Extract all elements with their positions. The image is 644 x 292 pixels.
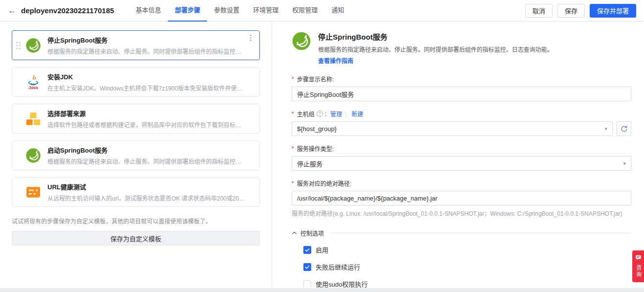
- step-card[interactable]: 选择部署来源选择软件包路径或者根据构建记录，将制品库中对应的软件包下载到目标主机…: [12, 104, 260, 134]
- save-and-deploy-button[interactable]: 保存并部署: [590, 4, 636, 18]
- step-card[interactable]: 停止SpringBoot服务根据服务的指定路径来启动、停止服务。同时提供部署后组…: [12, 30, 260, 60]
- host-group-value: ${host_group}: [297, 125, 337, 133]
- tab-部署步骤[interactable]: 部署步骤: [168, 0, 207, 22]
- service-path-input[interactable]: [292, 191, 631, 205]
- detail-header: 停止SpringBoot服务 根据服务的指定路径来启动、停止服务。同时提供部署后…: [292, 31, 631, 65]
- detail-description: 根据服务的指定路径来启动、停止服务。同时提供部署后组件的指标监控、日志查询功能。: [318, 45, 553, 53]
- springboot-icon: [292, 31, 311, 51]
- required-asterisk: *: [292, 145, 294, 152]
- service-path-help: 服务的绝对路径(e.g. Linux: /usr/local/SpringBoo…: [292, 209, 631, 217]
- service-op-label: 服务操作类型:: [297, 144, 334, 153]
- checkbox-list: 启用失败后继续运行使用sudo权限执行: [303, 245, 631, 288]
- step-card-description: 根据服务的指定路径来启动、停止服务。同时提供部署后组件的指标监控、日志查询功能。: [47, 47, 247, 55]
- required-asterisk: *: [292, 111, 294, 117]
- checkbox-checked-icon[interactable]: [303, 246, 311, 254]
- cancel-button[interactable]: 取消: [525, 4, 552, 18]
- java-icon: Java: [25, 74, 42, 90]
- help-icon[interactable]: ?: [317, 111, 323, 117]
- tab-环境管理[interactable]: 环境管理: [246, 0, 285, 22]
- step-name-input[interactable]: [292, 87, 631, 101]
- tab-基本信息[interactable]: 基本信息: [129, 0, 168, 22]
- drag-handle-icon[interactable]: [16, 42, 21, 49]
- consult-widget[interactable]: 咨询: [632, 250, 644, 282]
- manage-link[interactable]: 管理: [330, 110, 342, 118]
- collapse-icon[interactable]: [292, 230, 297, 236]
- step-card[interactable]: URL健康测试从远程的主机访问输入的url，测试服务状态是否OK 请求状态码非2…: [12, 177, 260, 207]
- tab-通知[interactable]: 通知: [324, 0, 351, 22]
- service-path-label: 服务对应的绝对路径:: [297, 179, 351, 187]
- checkbox-unchecked-icon[interactable]: [303, 280, 311, 288]
- service-op-select[interactable]: 停止服务 ▾: [292, 156, 631, 171]
- step-card-title: 停止SpringBoot服务: [47, 35, 247, 45]
- link-divider: |: [345, 111, 346, 117]
- checkbox-checked-icon[interactable]: [303, 263, 311, 271]
- service-op-field: * 服务操作类型: 停止服务 ▾: [292, 144, 631, 171]
- step-list: 停止SpringBoot服务根据服务的指定路径来启动、停止服务。同时提供部署后组…: [12, 30, 260, 207]
- control-options-header: 控制选项: [292, 229, 631, 237]
- step-card-title: URL健康测试: [47, 182, 247, 191]
- step-name-field: * 步骤显示名称:: [292, 75, 631, 101]
- step-card-description: 根据服务的指定路径来启动、停止服务。同时提供部署后组件的指标监控、日志查询功能。: [47, 157, 247, 165]
- caret-down-icon: ▾: [623, 160, 626, 167]
- header: ← deployenv20230221170185 基本信息部署步骤参数设置环境…: [0, 0, 644, 22]
- url-test-icon: [25, 184, 42, 201]
- deploy-source-icon: [25, 111, 42, 127]
- host-group-label: 主机组: [297, 110, 315, 118]
- template-hint: 试试将现有的步骤保存为自定义模板，其他的项目就可以直接使用该模板了。: [12, 217, 260, 225]
- checkbox-label: 失败后继续运行: [316, 262, 360, 271]
- step-card-title: 选择部署来源: [47, 109, 247, 118]
- step-card[interactable]: 启动SpringBoot服务根据服务的指定路径来启动、停止服务。同时提供部署后组…: [12, 140, 260, 170]
- chat-icon: [635, 254, 642, 263]
- step-detail-panel: 停止SpringBoot服务 根据服务的指定路径来启动、停止服务。同时提供部署后…: [272, 22, 644, 288]
- guide-link[interactable]: 查看操作指南: [318, 56, 353, 65]
- page-title: deployenv20230221170185: [21, 6, 114, 15]
- refresh-button[interactable]: [617, 121, 631, 136]
- checkbox-row[interactable]: 使用sudo权限执行: [303, 279, 631, 288]
- step-card-title: 启动SpringBoot服务: [47, 145, 247, 155]
- main-content: 停止SpringBoot服务根据服务的指定路径来启动、停止服务。同时提供部署后组…: [0, 22, 644, 288]
- app-window: ← deployenv20230221170185 基本信息部署步骤参数设置环境…: [0, 0, 644, 288]
- checkbox-row[interactable]: 失败后继续运行: [303, 262, 631, 271]
- step-card-title: 安装JDK: [47, 72, 247, 81]
- tab-权限管理[interactable]: 权限管理: [285, 0, 324, 22]
- host-group-label-colon: :: [325, 111, 326, 117]
- required-asterisk: *: [292, 180, 294, 187]
- step-config-form: * 步骤显示名称: * 主机组 ? : 管理 | 新建: [292, 75, 631, 217]
- springboot-icon: [25, 37, 42, 54]
- more-menu-icon[interactable]: ⋮: [247, 34, 254, 41]
- step-name-label: 步骤显示名称:: [297, 75, 334, 83]
- service-op-value: 停止服务: [297, 159, 322, 168]
- steps-panel: 停止SpringBoot服务根据服务的指定路径来启动、停止服务。同时提供部署后组…: [0, 22, 272, 288]
- tab-bar: 基本信息部署步骤参数设置环境管理权限管理通知: [129, 0, 351, 22]
- consult-label: 咨询: [636, 265, 641, 278]
- step-card[interactable]: Java安装JDK在主机上安装JDK。Windows主机将会下载7z1900版本…: [12, 67, 260, 97]
- step-card-description: 在主机上安装JDK。Windows主机将会下载7z1900版本免安装版软件并使用…: [47, 84, 247, 92]
- service-path-field: * 服务对应的绝对路径: 服务的绝对路径(e.g. Linux: /usr/lo…: [292, 179, 631, 217]
- svg-text:Java: Java: [29, 85, 38, 90]
- caret-down-icon: ▾: [604, 126, 607, 132]
- host-group-field: * 主机组 ? : 管理 | 新建 ${host_group} ▾: [292, 110, 631, 136]
- detail-title: 停止SpringBoot服务: [318, 31, 553, 42]
- checkbox-row[interactable]: 启用: [303, 245, 631, 254]
- back-arrow-icon[interactable]: ←: [8, 6, 16, 16]
- section-divider: [331, 233, 631, 233]
- step-card-description: 选择软件包路径或者根据构建记录，将制品库中对应的软件包下载到目标主机环境中。: [47, 120, 247, 129]
- new-link[interactable]: 新建: [351, 110, 363, 118]
- save-button[interactable]: 保存: [557, 4, 585, 18]
- save-as-template-button[interactable]: 保存为自定义模板: [12, 231, 260, 246]
- required-asterisk: *: [292, 76, 294, 83]
- host-group-select[interactable]: ${host_group} ▾: [292, 121, 613, 136]
- springboot-icon: [25, 147, 42, 164]
- checkbox-label: 启用: [316, 245, 328, 254]
- step-card-description: 从远程的主机访问输入的url，测试服务状态是否OK 请求状态码非200或201，…: [47, 194, 247, 202]
- checkbox-label: 使用sudo权限执行: [316, 279, 368, 288]
- tab-参数设置[interactable]: 参数设置: [207, 0, 246, 22]
- control-options-title: 控制选项: [300, 229, 324, 237]
